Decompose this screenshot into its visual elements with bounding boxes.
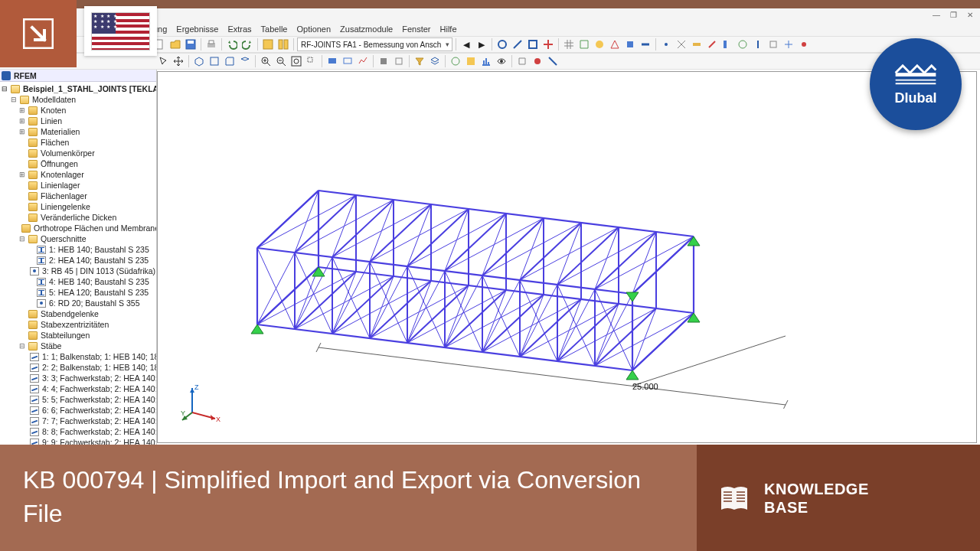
tree-row[interactable]: ⊟Modelldaten (2, 94, 156, 105)
language-flag[interactable] (84, 6, 157, 56)
menu-item[interactable]: Zusatzmodule (340, 24, 393, 34)
tree-row[interactable]: 3: 3; Fachwerkstab; 2: HEA 140; -270 (2, 373, 156, 383)
menu-item[interactable]: Hilfe (440, 24, 457, 34)
window-maximize-button[interactable]: ❐ (945, 8, 962, 21)
tb-redo-icon[interactable] (240, 37, 254, 51)
tree-row[interactable]: Flächen (2, 137, 156, 148)
tb-tool-icon[interactable] (495, 37, 509, 51)
tree-row[interactable]: ⊞Materialien (2, 126, 156, 137)
tb-render-icon[interactable] (377, 54, 390, 68)
tb-tool-icon[interactable] (766, 37, 780, 51)
tb-tool-icon[interactable] (541, 37, 555, 51)
tree-row[interactable]: Flächenlager (2, 191, 156, 201)
tree-row[interactable]: Volumenkörper (2, 148, 156, 158)
tree-row[interactable]: ⊞Knoten (2, 105, 156, 116)
tb-tool-icon[interactable] (639, 37, 652, 51)
tree-row[interactable]: Orthotrope Flächen und Membranen (2, 223, 156, 233)
tree-row[interactable]: 2: 2; Balkenstab; 1: HEB 140; 180.0 °; (2, 362, 156, 373)
tree-row[interactable]: Liniengelenke (2, 201, 156, 212)
tree-row[interactable]: 6: RD 20; Baustahl S 355 (2, 298, 156, 308)
window-close-button[interactable]: ✕ (962, 8, 978, 21)
tree-row[interactable]: 5: HEA 120; Baustahl S 235 (2, 287, 156, 298)
tb-tool-icon[interactable] (690, 37, 704, 51)
tb-misc-icon[interactable] (449, 54, 462, 68)
tb-save-icon[interactable] (184, 37, 198, 51)
tree-row[interactable]: ⊟Querschnitte (2, 233, 156, 244)
tb-tool-icon[interactable] (675, 37, 688, 51)
tb-tool-icon[interactable] (659, 37, 673, 51)
tree-row[interactable]: ⊞Linien (2, 116, 156, 126)
menu-item[interactable]: Optionen (296, 24, 331, 34)
tb-cursor-icon[interactable] (156, 54, 170, 68)
model-viewport[interactable]: 25.000 Z X Y (157, 71, 977, 443)
tb-misc-icon[interactable] (515, 54, 529, 68)
module-combo[interactable]: RF-JOINTS FA1 - Bemessung von Ansch (297, 37, 452, 51)
tree-row[interactable]: 1: 1; Balkenstab; 1: HEB 140; 180.0 °; (2, 351, 156, 362)
project-navigator[interactable]: RFEM ⊟Beispiel_1_STAHL_JOINTS [TEKLA_202… (0, 70, 157, 445)
tb-misc-icon[interactable] (479, 54, 493, 68)
menu-item[interactable]: Tabelle (261, 24, 288, 34)
tb-zoom-fit-icon[interactable] (289, 54, 303, 68)
tb-zoom-window-icon[interactable] (305, 54, 318, 68)
tree-row[interactable]: Veränderliche Dicken (2, 212, 156, 223)
tb-tool-icon[interactable] (736, 37, 750, 51)
tb-filter-icon[interactable] (413, 54, 426, 68)
tb-tool-icon[interactable] (705, 37, 719, 51)
tb-nav-right-icon[interactable]: ▶ (475, 37, 488, 51)
tb-tool-icon[interactable] (608, 37, 622, 51)
tb-tool-icon[interactable] (720, 37, 734, 51)
tree-row[interactable]: 2: HEA 140; Baustahl S 235 (2, 255, 156, 266)
tree-row[interactable]: Öffnungen (2, 158, 156, 169)
menu-item[interactable]: Extras (227, 24, 251, 34)
tb-zoom-out-icon[interactable] (274, 54, 288, 68)
tb-tool-icon[interactable] (577, 37, 591, 51)
tb-tool-icon[interactable] (751, 37, 765, 51)
tb-print-icon[interactable] (204, 37, 218, 51)
tree-row[interactable]: Linienlager (2, 180, 156, 191)
tree-row[interactable]: ⊟Stäbe (2, 341, 156, 351)
tree-row[interactable]: ⊞Knotenlager (2, 169, 156, 180)
tree-row[interactable]: ⊟Beispiel_1_STAHL_JOINTS [TEKLA_2020] (2, 83, 156, 94)
tree-row[interactable]: 7: 7; Fachwerkstab; 2: HEA 140; -270 (2, 416, 156, 426)
tb-iso-icon[interactable] (192, 54, 206, 68)
tb-display-icon[interactable] (325, 54, 339, 68)
tb-misc-icon[interactable] (546, 54, 560, 68)
tb-side-icon[interactable] (223, 54, 237, 68)
tb-tool-icon[interactable] (593, 37, 606, 51)
tree-row[interactable]: 5: 5; Fachwerkstab; 2: HEA 140; -270 (2, 394, 156, 405)
tb-misc-icon[interactable] (464, 54, 478, 68)
tree-row[interactable]: Stabexzentrizitäten (2, 319, 156, 330)
tree-row[interactable]: Stabteilungen (2, 330, 156, 341)
tb-grid-icon[interactable] (562, 37, 576, 51)
tree-row[interactable]: 3: RB 45 | DIN 1013 (Südafrika); Bau (2, 266, 156, 276)
window-minimize-button[interactable]: — (928, 8, 945, 21)
tree-row[interactable]: 4: 4; Fachwerkstab; 2: HEA 140; -270 (2, 383, 156, 394)
tb-misc-icon[interactable] (495, 54, 508, 68)
tb-tool-icon[interactable] (511, 37, 524, 51)
tb-tool-icon[interactable] (782, 37, 795, 51)
menu-item[interactable]: Ergebnisse (176, 24, 218, 34)
tree-row[interactable]: Stabendgelenke (2, 308, 156, 319)
tb-wire-icon[interactable] (392, 54, 406, 68)
tree-row[interactable]: 4: HEB 140; Baustahl S 235 (2, 276, 156, 287)
tb-nav-left-icon[interactable]: ◀ (459, 37, 473, 51)
menu-item[interactable]: Fenster (402, 24, 430, 34)
tb-view2-icon[interactable] (276, 37, 290, 51)
tb-undo-icon[interactable] (225, 37, 239, 51)
tb-zoom-in-icon[interactable] (259, 54, 273, 68)
tb-front-icon[interactable] (207, 54, 221, 68)
tb-layer-icon[interactable] (428, 54, 442, 68)
tree-row[interactable]: 9: 9; Fachwerkstab; 2: HEA 140; -270 (2, 437, 156, 445)
tree-row[interactable]: 1: HEB 140; Baustahl S 235 (2, 244, 156, 255)
tb-misc-icon[interactable] (531, 54, 544, 68)
tb-move-icon[interactable] (172, 54, 185, 68)
tb-top-icon[interactable] (238, 54, 252, 68)
tb-tool-icon[interactable] (623, 37, 637, 51)
tree-row[interactable]: 6: 6; Fachwerkstab; 2: HEA 140; -270 (2, 405, 156, 416)
tb-display-icon[interactable] (356, 54, 370, 68)
tb-open-icon[interactable] (168, 37, 182, 51)
tb-view1-icon[interactable] (261, 37, 275, 51)
tree-row[interactable]: 8: 8; Fachwerkstab; 2: HEA 140; -270 (2, 426, 156, 437)
tb-display-icon[interactable] (341, 54, 354, 68)
tb-tool-icon[interactable] (797, 37, 811, 51)
